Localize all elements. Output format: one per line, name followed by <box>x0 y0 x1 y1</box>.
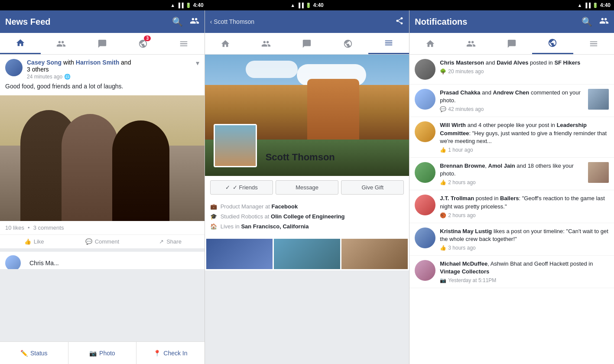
notif-item-3[interactable]: Will Wirth and 4 other people like your … <box>409 117 614 158</box>
notif-time-4: 👍 2 hours ago <box>440 179 585 185</box>
camera-notif-icon: 📷 <box>440 277 446 283</box>
notif-thumb-2 <box>588 89 609 110</box>
comment-notif-icon-2: 💬 <box>440 106 446 112</box>
notif-item-1[interactable]: Chris Masterson and David Alves posted i… <box>409 55 614 84</box>
school-icon: 🎓 <box>210 213 217 220</box>
globe-badge: 3 <box>144 36 151 41</box>
notif-item-4[interactable]: Brennan Browne, Amol Jain and 18 others … <box>409 158 614 190</box>
location-info: 🏠 Lives in San Francisco, California <box>210 223 404 230</box>
notif-text-5: J.T. Trollman posted in Ballers: "Geoff'… <box>440 195 609 210</box>
photo-thumb-2[interactable] <box>274 239 340 269</box>
tab-friends-newsfeed[interactable] <box>41 33 81 54</box>
profile-info: 💼 Product Manager at Facebook 🎓 Studied … <box>205 199 409 237</box>
notif-time-6: 👍 3 hours ago <box>440 245 609 251</box>
notif-avatar-7 <box>415 260 435 281</box>
tab-home-notif[interactable] <box>409 33 450 54</box>
notif-avatar-1 <box>415 59 435 80</box>
tab-menu-profile[interactable] <box>368 33 409 54</box>
time-2: 4:40 <box>313 2 324 8</box>
like-button[interactable]: 👍 Like <box>0 235 68 248</box>
tab-friends-profile[interactable] <box>246 33 286 54</box>
post-text: Good food, good friends and a lot of lau… <box>0 82 205 95</box>
notif-avatar-3 <box>415 121 435 142</box>
post-card: Casey Song with Harrison Smith and 3 oth… <box>0 55 205 248</box>
notif-avatar-2 <box>415 89 435 110</box>
tab-globe-newsfeed[interactable]: 3 <box>123 33 163 54</box>
battery-icon-1: 🔋 <box>185 3 192 8</box>
notif-time-2: 💬 42 minutes ago <box>440 106 585 112</box>
bottom-bar: ✏️ Status 📷 Photo 📍 Check In <box>0 341 205 364</box>
news-feed-title: News Feed <box>5 17 165 27</box>
tab-home-newsfeed[interactable] <box>0 33 41 54</box>
photo-thumb-3[interactable] <box>341 239 408 269</box>
back-button[interactable]: ‹ Scott Thomson <box>210 18 254 25</box>
notif-item-2[interactable]: Prasad Chakka and Andrew Chen commented … <box>409 84 614 117</box>
friends-check-icon: ✓ <box>225 184 230 191</box>
status-icon: ✏️ <box>20 350 28 357</box>
tab-globe-profile[interactable] <box>328 33 368 54</box>
tab-home-profile[interactable] <box>205 33 246 54</box>
search-icon-newsfeed[interactable]: 🔍 <box>172 16 183 27</box>
friend-requests-icon[interactable] <box>190 16 199 28</box>
next-post-avatar <box>5 255 21 269</box>
like-notif-icon-3: 👍 <box>440 147 446 153</box>
briefcase-icon: 💼 <box>210 203 217 210</box>
notif-avatar-4 <box>415 162 435 183</box>
friend-requests-icon-notifications[interactable] <box>599 16 609 28</box>
share-button[interactable]: ↗ Share <box>136 235 204 248</box>
next-post-name: Chris Ma... <box>29 260 59 266</box>
profile-photos <box>205 237 409 270</box>
notif-item-5[interactable]: J.T. Trollman posted in Ballers: "Geoff'… <box>409 190 614 223</box>
notif-text-6: Kristina May Lustig likes a post on your… <box>440 228 609 243</box>
notif-time-3: 👍 1 hour ago <box>440 147 609 153</box>
profile-avatar <box>214 124 257 167</box>
notif-item-7[interactable]: Michael McDuffee, Ashwin Bhat and Geoff … <box>409 256 614 288</box>
basketball-icon: 🏀 <box>440 212 446 218</box>
profile-actions: ✓ ✓ Friends Message Give Gift <box>205 176 409 199</box>
post-visibility-icon <box>64 74 71 80</box>
like-icon: 👍 <box>24 238 31 245</box>
tab-menu-newsfeed[interactable] <box>163 33 204 54</box>
post-chevron-icon[interactable]: ▾ <box>196 59 199 67</box>
tab-globe-notif[interactable] <box>532 33 573 54</box>
post-actions: 👍 Like 💬 Comment ↗ Share <box>0 235 205 248</box>
notif-text-2: Prasad Chakka and Andrew Chen commented … <box>440 89 585 104</box>
home-info-icon: 🏠 <box>210 223 217 230</box>
tab-menu-notif[interactable] <box>573 33 614 54</box>
notif-text-4: Brennan Browne, Amol Jain and 18 others … <box>440 162 585 178</box>
notif-text-3: Will Wirth and 4 other people like your … <box>440 121 609 145</box>
profile-name-cover: Scott Thomson <box>266 152 335 163</box>
photo-thumb-1[interactable] <box>206 239 273 269</box>
check-in-button[interactable]: 📍 Check In <box>136 342 205 364</box>
post-author-avatar <box>5 59 23 76</box>
photo-button[interactable]: 📷 Photo <box>68 342 137 364</box>
message-button[interactable]: Message <box>276 180 338 195</box>
status-button[interactable]: ✏️ Status <box>0 342 68 364</box>
battery-icon-3: 🔋 <box>592 3 598 8</box>
tab-messages-profile[interactable] <box>286 33 327 54</box>
signal-icon-1: ▐▐ <box>177 3 184 8</box>
tab-messages-newsfeed[interactable] <box>82 33 123 54</box>
notif-text-7: Michael McDuffee, Ashwin Bhat and Geoff … <box>440 260 609 276</box>
notif-time-5: 🏀 2 hours ago <box>440 212 609 218</box>
profile-cover: Scott Thomson <box>205 55 409 176</box>
wifi-icon-2: ▲ <box>290 3 295 8</box>
notif-time-7: 📷 Yesterday at 5:11PM <box>440 277 609 283</box>
tab-messages-notif[interactable] <box>491 33 532 54</box>
share-icon-profile[interactable] <box>395 16 404 27</box>
comment-icon: 💬 <box>85 238 92 245</box>
like-notif-icon-4: 👍 <box>440 179 446 185</box>
wifi-icon-3: ▲ <box>578 3 582 8</box>
time-3: 4:40 <box>600 2 611 8</box>
time-1: 4:40 <box>193 2 204 8</box>
tab-friends-notif[interactable] <box>451 33 491 54</box>
camera-icon: 📷 <box>89 350 97 357</box>
search-icon-notifications[interactable]: 🔍 <box>582 16 592 27</box>
notif-avatar-5 <box>415 195 435 215</box>
post-author-name: Casey Song with Harrison Smith and 3 oth… <box>27 59 196 73</box>
comment-button[interactable]: 💬 Comment <box>68 235 136 248</box>
notif-item-6[interactable]: Kristina May Lustig likes a post on your… <box>409 223 614 256</box>
give-gift-button[interactable]: Give Gift <box>341 180 404 195</box>
friends-button[interactable]: ✓ ✓ Friends <box>210 180 273 195</box>
post-image <box>0 95 205 221</box>
